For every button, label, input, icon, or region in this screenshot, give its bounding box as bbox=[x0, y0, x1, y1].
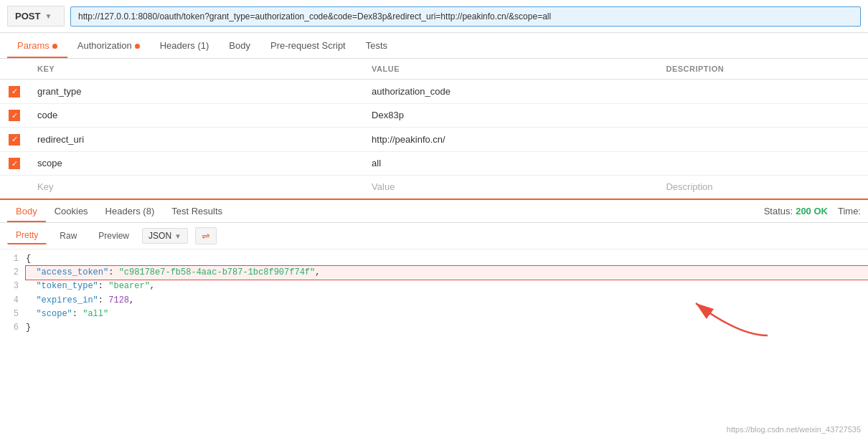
wrap-button[interactable]: ⇌ bbox=[195, 227, 217, 244]
line-num-6: 6 bbox=[0, 321, 26, 335]
table-row-placeholder: Key Value Description bbox=[0, 176, 868, 199]
tab-prerequest[interactable]: Pre-request Script bbox=[260, 33, 356, 58]
line-num-1: 1 bbox=[0, 252, 26, 266]
table-row: ✓ grant_type authorization_code bbox=[0, 80, 868, 104]
line-content-2: "access_token": "c98178e7-fb58-4aac-b787… bbox=[26, 266, 868, 280]
line-num-5: 5 bbox=[0, 308, 26, 321]
code-line-2: 2 "access_token": "c98178e7-fb58-4aac-b7… bbox=[0, 266, 868, 280]
placeholder-value: Value bbox=[363, 176, 657, 199]
line-num-2: 2 bbox=[0, 266, 26, 280]
status-label: Status: bbox=[764, 206, 793, 216]
line-num-4: 4 bbox=[0, 294, 26, 308]
tab-body[interactable]: Body bbox=[219, 33, 260, 58]
resp-tab-body[interactable]: Body bbox=[7, 200, 46, 222]
line-content-1: { bbox=[26, 252, 868, 266]
code-panel: 1 { 2 "access_token": "c98178e7-fb58-4aa… bbox=[0, 249, 868, 338]
response-tabs: Body Cookies Headers (8) Test Results St… bbox=[0, 200, 868, 223]
code-area: 1 { 2 "access_token": "c98178e7-fb58-4aa… bbox=[0, 249, 868, 338]
code-line-1: 1 { bbox=[0, 252, 868, 266]
format-type-select[interactable]: JSON ▼ bbox=[142, 228, 188, 244]
response-section: Body Cookies Headers (8) Test Results St… bbox=[0, 199, 868, 338]
auth-dot bbox=[135, 44, 140, 49]
table-row: ✓ redirect_uri http://peakinfo.cn/ bbox=[0, 128, 868, 152]
checkbox-1[interactable]: ✓ bbox=[9, 86, 20, 97]
format-raw-btn[interactable]: Raw bbox=[51, 228, 85, 244]
param-key-4: scope bbox=[29, 151, 363, 176]
line-content-3: "token_type": "bearer", bbox=[26, 280, 868, 293]
url-input[interactable] bbox=[70, 6, 861, 27]
format-row: Pretty Raw Preview JSON ▼ ⇌ bbox=[0, 223, 868, 249]
tab-tests[interactable]: Tests bbox=[356, 33, 397, 58]
param-desc-2 bbox=[657, 103, 868, 128]
resp-tab-testresults[interactable]: Test Results bbox=[163, 200, 231, 222]
placeholder-key: Key bbox=[29, 176, 363, 199]
table-row: ✓ scope all bbox=[0, 151, 868, 176]
app-container: POST ▼ Params Authorization Headers (1) … bbox=[0, 0, 868, 438]
param-key-1: grant_type bbox=[29, 80, 363, 104]
param-val-2: Dex83p bbox=[363, 103, 657, 128]
tab-authorization[interactable]: Authorization bbox=[67, 33, 150, 58]
col-desc: DESCRIPTION bbox=[657, 59, 868, 80]
col-value: VALUE bbox=[363, 59, 657, 80]
request-tabs: Params Authorization Headers (1) Body Pr… bbox=[0, 33, 868, 59]
resp-tab-headers[interactable]: Headers (8) bbox=[97, 200, 164, 222]
line-content-5: "scope": "all" bbox=[26, 308, 868, 321]
placeholder-desc: Description bbox=[657, 176, 868, 199]
format-pretty-btn[interactable]: Pretty bbox=[7, 227, 47, 244]
tab-params[interactable]: Params bbox=[7, 33, 67, 58]
code-line-6: 6 } bbox=[0, 321, 868, 335]
param-key-2: code bbox=[29, 103, 363, 128]
col-key: KEY bbox=[29, 59, 363, 80]
method-label: POST bbox=[15, 11, 40, 22]
format-chevron-icon: ▼ bbox=[174, 232, 181, 240]
request-bar: POST ▼ bbox=[0, 0, 868, 33]
code-line-5: 5 "scope": "all" bbox=[0, 308, 868, 321]
param-val-1: authorization_code bbox=[363, 80, 657, 104]
table-row: ✓ code Dex83p bbox=[0, 103, 868, 128]
code-line-4: 4 "expires_in": 7128, bbox=[0, 294, 868, 308]
method-chevron-icon: ▼ bbox=[44, 12, 52, 20]
method-selector[interactable]: POST ▼ bbox=[7, 6, 65, 27]
line-num-3: 3 bbox=[0, 280, 26, 293]
param-desc-1 bbox=[657, 80, 868, 104]
watermark: https://blog.csdn.net/weixin_43727535 bbox=[727, 425, 861, 434]
status-bar: Status: 200 OK Time: bbox=[764, 206, 861, 216]
col-check bbox=[0, 59, 29, 80]
params-dot bbox=[52, 44, 57, 49]
tab-headers[interactable]: Headers (1) bbox=[150, 33, 220, 58]
line-content-4: "expires_in": 7128, bbox=[26, 294, 868, 308]
param-val-3: http://peakinfo.cn/ bbox=[363, 128, 657, 152]
param-desc-4 bbox=[657, 151, 868, 176]
line-content-6: } bbox=[26, 321, 868, 335]
time-label: Time: bbox=[838, 206, 861, 216]
params-table: KEY VALUE DESCRIPTION ✓ grant_type autho… bbox=[0, 59, 868, 199]
checkbox-4[interactable]: ✓ bbox=[9, 158, 20, 169]
param-val-4: all bbox=[363, 151, 657, 176]
checkbox-3[interactable]: ✓ bbox=[9, 134, 20, 146]
checkbox-2[interactable]: ✓ bbox=[9, 110, 20, 121]
resp-tab-cookies[interactable]: Cookies bbox=[46, 200, 97, 222]
param-key-3: redirect_uri bbox=[29, 128, 363, 152]
code-line-3: 3 "token_type": "bearer", bbox=[0, 280, 868, 293]
format-preview-btn[interactable]: Preview bbox=[90, 228, 138, 244]
format-type-label: JSON bbox=[148, 231, 171, 241]
status-code: 200 OK bbox=[796, 206, 828, 216]
param-desc-3 bbox=[657, 128, 868, 152]
